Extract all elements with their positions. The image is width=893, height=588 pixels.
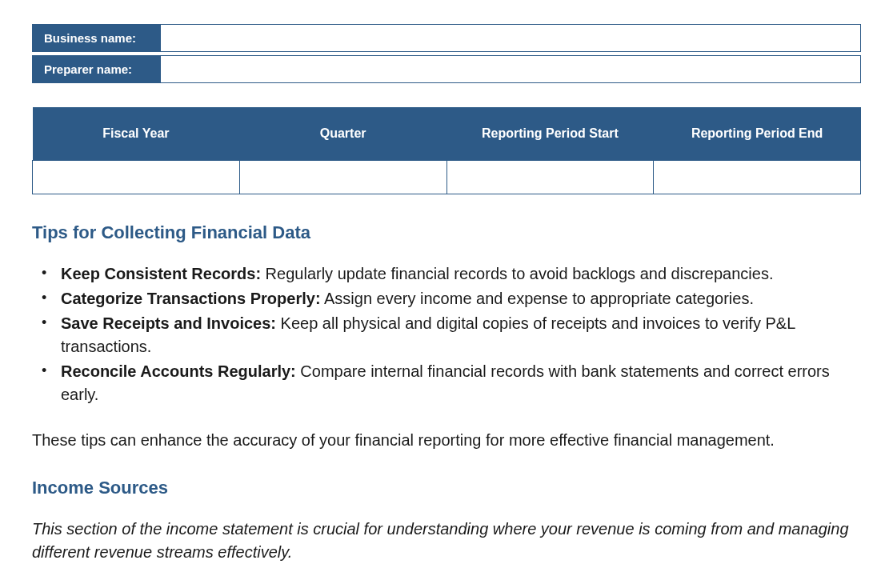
- tip-label: Save Receipts and Invoices:: [61, 314, 276, 332]
- tip-label: Reconcile Accounts Regularly:: [61, 362, 296, 380]
- period-end-input[interactable]: [654, 161, 860, 194]
- list-item: Save Receipts and Invoices: Keep all phy…: [32, 312, 861, 358]
- tip-text: Assign every income and expense to appro…: [321, 290, 754, 307]
- list-item: Reconcile Accounts Regularly: Compare in…: [32, 360, 861, 406]
- col-fiscal-year: Fiscal Year: [33, 107, 240, 161]
- income-intro: This section of the income statement is …: [32, 518, 861, 564]
- col-quarter: Quarter: [239, 107, 446, 161]
- preparer-name-label: Preparer name:: [33, 56, 161, 82]
- tip-label: Categorize Transactions Properly:: [61, 290, 321, 307]
- period-table: Fiscal Year Quarter Reporting Period Sta…: [32, 107, 861, 194]
- tip-text: Regularly update financial records to av…: [261, 265, 773, 282]
- business-name-input[interactable]: [161, 25, 860, 51]
- quarter-input[interactable]: [240, 161, 446, 194]
- col-period-end: Reporting Period End: [654, 107, 861, 161]
- fiscal-year-input[interactable]: [33, 161, 239, 194]
- tips-heading: Tips for Collecting Financial Data: [32, 222, 861, 243]
- business-name-row: Business name:: [32, 24, 861, 52]
- business-name-label: Business name:: [33, 25, 161, 51]
- col-period-start: Reporting Period Start: [446, 107, 654, 161]
- table-row: [33, 161, 861, 194]
- income-heading: Income Sources: [32, 478, 861, 498]
- tips-summary: These tips can enhance the accuracy of y…: [32, 429, 861, 452]
- tip-label: Keep Consistent Records:: [61, 265, 261, 282]
- period-start-input[interactable]: [447, 161, 654, 194]
- preparer-name-input[interactable]: [161, 56, 860, 82]
- list-item: Keep Consistent Records: Regularly updat…: [32, 262, 861, 286]
- preparer-name-row: Preparer name:: [32, 55, 861, 83]
- list-item: Categorize Transactions Properly: Assign…: [32, 287, 861, 310]
- tips-list: Keep Consistent Records: Regularly updat…: [32, 262, 861, 406]
